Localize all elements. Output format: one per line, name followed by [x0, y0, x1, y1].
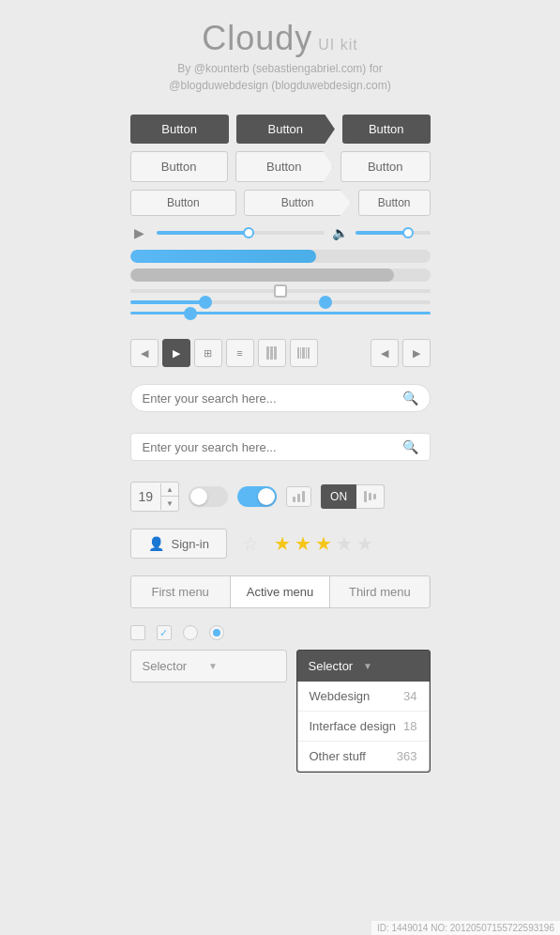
button-light-arrow-1[interactable]: Button	[235, 151, 333, 182]
progress-bar-gray[interactable]	[130, 268, 431, 282]
selector-dark-header[interactable]: Selector ▼	[297, 651, 430, 682]
button-light-2[interactable]: Button	[130, 190, 237, 216]
spinner-arrows: ▲ ▼	[160, 483, 178, 510]
search-section-1: 🔍	[130, 384, 431, 422]
volume-track[interactable]	[356, 231, 431, 235]
checkbox-checked[interactable]: ✓	[157, 625, 172, 640]
button-dark-wide-1[interactable]: Button	[342, 115, 431, 144]
bar-indicator	[286, 486, 311, 507]
audio-track[interactable]	[157, 231, 325, 235]
search-input-2[interactable]	[143, 440, 402, 454]
credit-line1: By @kounterb (sebastiengabriel.com) for	[169, 62, 390, 75]
spinner-down[interactable]: ▼	[161, 497, 178, 510]
dropdown-label-0: Webdesign	[310, 689, 371, 703]
menu-tab-third[interactable]: Third menu	[330, 576, 429, 607]
star-filled-3[interactable]: ★	[315, 532, 332, 555]
button-row-3: Button Button Button	[130, 190, 431, 216]
range-row-blue2	[130, 312, 431, 314]
range-track-blue1[interactable]	[130, 300, 431, 304]
dropdown-item-1[interactable]: Interface design 18	[298, 712, 429, 742]
skip-fwd-btn[interactable]: ▶	[402, 339, 431, 367]
radio-unchecked[interactable]	[183, 625, 198, 640]
bar-2	[297, 494, 300, 502]
header-area: CloudyUI kit By @kounterb (sebastiengabr…	[169, 19, 390, 92]
columns-btn[interactable]	[258, 339, 286, 367]
dropdown-item-0[interactable]: Webdesign 34	[298, 682, 429, 712]
button-row-1: Button Button Button	[130, 115, 431, 144]
star-empty-1[interactable]: ★	[336, 532, 353, 555]
progress-row-blue	[130, 250, 431, 263]
bar-3	[302, 491, 305, 502]
bar-1	[293, 497, 295, 502]
star-empty-2[interactable]: ★	[356, 532, 373, 555]
chevron-down-icon-light: ▼	[208, 661, 275, 671]
toggle-on[interactable]	[237, 486, 277, 507]
checkbox-unchecked[interactable]	[130, 625, 145, 640]
on-off-group: ON	[321, 484, 385, 509]
search-section-2: 🔍	[130, 433, 431, 470]
button-row-2: Button Button Button	[130, 151, 431, 182]
play-ctrl-btn[interactable]: ▶	[162, 339, 190, 367]
chevron-down-icon-dark: ▼	[363, 661, 418, 671]
star-rating-filled[interactable]: ★ ★ ★ ★ ★	[274, 532, 373, 555]
selector-dark-label: Selector	[309, 659, 364, 673]
dropdown-count-0: 34	[403, 689, 416, 703]
selector-dark[interactable]: Selector ▼ Webdesign 34 Interface design…	[296, 650, 431, 773]
menu-tab-first[interactable]: First menu	[131, 576, 231, 607]
checkbox-radio-row: ✓	[130, 625, 431, 640]
list-btn[interactable]: ≡	[226, 339, 254, 367]
bar-sm-1	[364, 491, 367, 502]
star-filled-1[interactable]: ★	[274, 532, 291, 555]
signin-button[interactable]: 👤 Sign-in	[130, 529, 227, 559]
spinner: 19 ▲ ▼	[130, 482, 180, 512]
dropdown-label-2: Other stuff	[310, 749, 366, 763]
controls-row: 19 ▲ ▼ ON	[130, 482, 431, 512]
search-icon-2[interactable]: 🔍	[402, 439, 418, 454]
bar-sm-2	[369, 493, 371, 500]
search-box-rounded: 🔍	[130, 384, 431, 412]
slider-section: ▶ 🔈	[130, 223, 431, 322]
barcode-btn[interactable]	[290, 339, 318, 367]
dropdown-item-2[interactable]: Other stuff 363	[298, 742, 429, 771]
spinner-up[interactable]: ▲	[161, 483, 178, 497]
radio-checked[interactable]	[209, 625, 224, 640]
menu-tab-active[interactable]: Active menu	[231, 576, 330, 607]
dropdown-count-1: 18	[403, 719, 416, 733]
button-dark-1[interactable]: Button	[130, 115, 229, 144]
search-input-1[interactable]	[143, 391, 402, 406]
credit-line2: @blogduwebdesign (blogduwebdesign.com)	[169, 79, 390, 92]
toggle-off[interactable]	[189, 486, 228, 507]
media-controls: ◀ ▶ ⊞ ≡ ◀ ▶	[130, 339, 431, 367]
on-button[interactable]: ON	[321, 484, 356, 509]
range-track-blue2[interactable]	[130, 312, 431, 314]
signin-stars-row: 👤 Sign-in ☆ ★ ★ ★ ★ ★	[130, 529, 431, 559]
button-light-arrow-2[interactable]: Button	[244, 190, 351, 216]
range-track-gray[interactable]	[130, 289, 431, 293]
button-light-1[interactable]: Button	[130, 151, 228, 182]
volume-icon: 🔈	[332, 225, 348, 240]
button-light-wide-2[interactable]: Button	[358, 190, 431, 216]
range-row-gray	[130, 289, 431, 293]
progress-bar-blue[interactable]	[130, 250, 431, 263]
bar-sm-3	[373, 494, 376, 499]
star-outline-1[interactable]: ☆	[242, 532, 259, 555]
app-title: CloudyUI kit	[169, 19, 390, 58]
progress-row-gray	[130, 268, 431, 282]
star-filled-2[interactable]: ★	[295, 532, 311, 555]
dropdown-label-1: Interface design	[310, 719, 397, 733]
button-dark-arrow-1[interactable]: Button	[236, 115, 335, 144]
star-rating-empty[interactable]: ☆	[242, 532, 259, 555]
prev-btn[interactable]: ◀	[130, 339, 159, 367]
button-light-wide-1[interactable]: Button	[341, 151, 431, 182]
selector-light[interactable]: Selector ▼	[130, 650, 287, 682]
menu-tabs: First menu Active menu Third menu	[130, 575, 431, 608]
range-row-blue1	[130, 300, 431, 304]
search-icon-1[interactable]: 🔍	[402, 391, 418, 406]
bars-button[interactable]	[356, 484, 385, 509]
watermark: ID: 1449014 NO: 20120507155722593196	[371, 921, 560, 935]
skip-back-btn[interactable]: ◀	[371, 339, 399, 367]
signin-label: Sign-in	[172, 537, 209, 551]
grid-btn[interactable]: ⊞	[194, 339, 222, 367]
play-icon[interactable]: ▶	[130, 223, 149, 242]
check-mark: ✓	[159, 627, 168, 639]
